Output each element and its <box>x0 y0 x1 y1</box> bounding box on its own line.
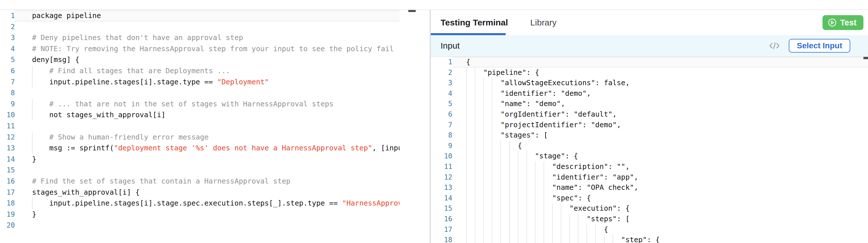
input-json-editor[interactable]: 1{2 "pipeline": {3 "allowStageExecutions… <box>431 56 868 243</box>
select-input-button[interactable]: Select Input <box>789 39 850 53</box>
line-number: 15 <box>431 203 452 214</box>
code-line[interactable]: 17 { <box>431 224 868 235</box>
code-line[interactable]: 16 "steps": [ <box>431 214 868 224</box>
line-number: 17 <box>431 224 452 235</box>
code-line[interactable]: 7 input.pipeline.stages[i].stage.type ==… <box>0 77 430 88</box>
indent-guide <box>483 203 484 214</box>
indent-guide <box>518 182 518 193</box>
indent-guide <box>544 224 544 235</box>
code-line[interactable]: 4 "identifier": "demo", <box>431 88 868 99</box>
code-line-text: { <box>452 141 868 151</box>
code-line[interactable]: 8 "stages": [ <box>431 130 868 141</box>
indent-guide <box>483 88 484 99</box>
line-number: 13 <box>0 143 15 154</box>
indent-guide <box>483 99 484 109</box>
code-line[interactable]: 13 "name": "OPA check", <box>431 182 868 193</box>
code-line[interactable]: 8 <box>0 88 430 99</box>
indent-guide <box>483 130 484 141</box>
indent-guide <box>492 130 492 141</box>
code-line-text: "identifier": "app", <box>452 172 868 183</box>
tab-testing-terminal[interactable]: Testing Terminal <box>441 18 508 28</box>
code-line-text: "identifier": "demo", <box>452 88 868 99</box>
indent-guide <box>466 172 467 183</box>
code-line[interactable]: 12 "identifier": "app", <box>431 172 868 183</box>
code-line-text: deny[msg] { <box>15 54 400 66</box>
indent-guide <box>492 172 492 183</box>
test-button[interactable]: Test <box>823 15 863 30</box>
code-line[interactable]: 16# Find the set of stages that contain … <box>0 176 430 187</box>
line-number: 7 <box>0 77 15 88</box>
code-line[interactable]: 6 # Find all stages that are Deployments… <box>0 66 430 77</box>
code-line[interactable]: 5deny[msg] { <box>0 54 430 66</box>
indent-guide <box>569 235 570 243</box>
line-number: 7 <box>431 120 452 130</box>
code-line[interactable]: 15 <box>0 165 430 176</box>
code-line[interactable]: 5 "name": "demo", <box>431 99 868 109</box>
code-line[interactable]: 10 "stage": { <box>431 151 868 162</box>
code-line[interactable]: 11 "description": "", <box>431 162 868 172</box>
code-line[interactable]: 6 "orgIdentifier": "default", <box>431 109 868 120</box>
line-number: 14 <box>0 154 15 165</box>
code-line[interactable]: 3# Deny pipelines that don't have an app… <box>0 32 430 43</box>
indent-guide <box>544 162 544 172</box>
code-line[interactable]: 2 "pipeline": { <box>431 67 868 78</box>
line-number: 17 <box>0 187 15 198</box>
code-line[interactable]: 9 { <box>431 141 868 151</box>
line-number: 16 <box>431 214 452 224</box>
indent-guide <box>483 172 484 183</box>
code-line[interactable]: 2 <box>0 22 430 33</box>
indent-guide <box>569 214 570 224</box>
indent-guide <box>526 193 527 204</box>
code-line-text: } <box>15 209 400 220</box>
code-line[interactable]: 13 msg := sprintf("deployment stage '%s'… <box>0 143 430 154</box>
code-line-text: msg := sprintf("deployment stage '%s' do… <box>15 143 400 154</box>
indent-guide <box>483 141 484 151</box>
code-line[interactable]: 9 # ... that are not in the set of stage… <box>0 99 430 110</box>
tab-library[interactable]: Library <box>530 18 557 28</box>
code-line[interactable]: 3 "allowStageExecutions": false, <box>431 78 868 88</box>
indent-guide <box>544 214 544 224</box>
code-line-text: input.pipeline.stages[i].stage.type == "… <box>15 77 400 88</box>
indent-guide <box>561 214 561 224</box>
indent-guide <box>544 235 544 243</box>
indent-guide <box>492 141 492 151</box>
indent-guide <box>587 224 587 235</box>
policy-code-editor[interactable]: 1package pipeline23# Deny pipelines that… <box>0 10 430 243</box>
line-number: 18 <box>431 235 452 243</box>
line-number: 14 <box>431 193 452 204</box>
indent-guide <box>492 99 492 109</box>
indent-guide <box>475 214 475 224</box>
code-line[interactable]: 19} <box>0 209 430 220</box>
code-line[interactable]: 1{ <box>431 57 868 67</box>
code-line-text: "projectIdentifier": "demo", <box>452 120 868 130</box>
code-line[interactable]: 1package pipeline <box>0 10 430 22</box>
code-line-text: { <box>452 57 868 67</box>
code-line[interactable]: 11 <box>0 120 430 132</box>
code-line-text: # ... that are not in the set of stages … <box>15 99 400 110</box>
indent-guide <box>509 141 510 151</box>
code-view-toggle-button[interactable] <box>769 41 780 50</box>
code-line[interactable]: 14} <box>0 154 430 165</box>
code-line[interactable]: 12 # Show a human-friendly error message <box>0 132 430 143</box>
indent-guide <box>526 224 527 235</box>
line-number: 1 <box>431 57 452 67</box>
code-line[interactable]: 14 "spec": { <box>431 193 868 204</box>
indent-guide <box>500 182 501 193</box>
code-line[interactable]: 18 "step": { <box>431 235 868 243</box>
line-number: 12 <box>0 132 15 143</box>
code-line[interactable]: 4# NOTE: Try removing the HarnessApprova… <box>0 43 430 55</box>
code-line-text: # NOTE: Try removing the HarnessApproval… <box>15 43 400 55</box>
indent-guide <box>518 162 518 172</box>
code-line[interactable]: 18 input.pipeline.stages[i].stage.spec.e… <box>0 198 430 209</box>
code-line-text: "execution": { <box>452 203 868 214</box>
indent-guide <box>492 120 492 130</box>
indent-guide <box>475 109 475 120</box>
code-line[interactable]: 15 "execution": { <box>431 203 868 214</box>
code-line[interactable]: 20 <box>0 220 430 231</box>
line-number: 13 <box>431 182 452 193</box>
code-line[interactable]: 17stages_with_approval[i] { <box>0 187 430 198</box>
indent-guide <box>483 193 484 204</box>
code-line[interactable]: 10 not stages_with_approval[i] <box>0 109 430 120</box>
code-line[interactable]: 7 "projectIdentifier": "demo", <box>431 120 868 130</box>
indent-guide <box>475 172 475 183</box>
